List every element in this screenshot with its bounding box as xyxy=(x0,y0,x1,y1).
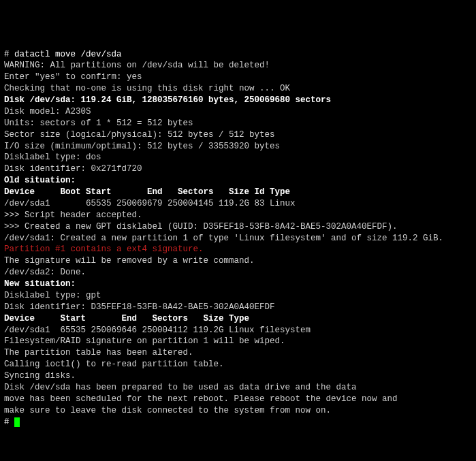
terminal-line: >>> Created a new GPT disklabel (GUID: D… xyxy=(4,221,472,233)
terminal-line: move has been scheduled for the next reb… xyxy=(4,394,472,405)
terminal-line: Sector size (logical/physical): 512 byte… xyxy=(4,129,472,141)
terminal-line: /dev/sda1 65535 250069679 250004145 119.… xyxy=(4,198,472,210)
terminal-line: make sure to leave the disk connected to… xyxy=(4,405,472,417)
terminal-line: Disk /dev/sda has been prepared to be us… xyxy=(4,382,472,394)
terminal-line: Disklabel type: dos xyxy=(4,152,472,163)
terminal-line: Device Boot Start End Sectors Size Id Ty… xyxy=(4,187,472,198)
terminal-output[interactable]: # datactl move /dev/sdaWARNING: All part… xyxy=(4,49,472,428)
terminal-line: Partition #1 contains a ext4 signature. xyxy=(4,244,472,255)
terminal-line: /dev/sda1: Created a new partition 1 of … xyxy=(4,233,472,244)
terminal-line: Disk identifier: 0x271fd720 xyxy=(4,163,472,175)
terminal-line: Disklabel type: gpt xyxy=(4,290,472,302)
terminal-line: I/O size (minimum/optimal): 512 bytes / … xyxy=(4,141,472,153)
terminal-line: Enter "yes" to confirm: yes xyxy=(4,71,472,83)
cursor-icon xyxy=(14,417,20,427)
terminal-line: Old situation: xyxy=(4,175,472,187)
terminal-line: Disk /dev/sda: 119.24 GiB, 128035676160 … xyxy=(4,95,472,106)
prompt-line[interactable]: # xyxy=(4,417,472,428)
terminal-line: The partition table has been altered. xyxy=(4,347,472,359)
terminal-line: /dev/sda1 65535 250069646 250004112 119.… xyxy=(4,325,472,336)
terminal-line: WARNING: All partitions on /dev/sda will… xyxy=(4,60,472,71)
terminal-line: # datactl move /dev/sda xyxy=(4,49,472,61)
terminal-line: Device Start End Sectors Size Type xyxy=(4,313,472,325)
terminal-line: Checking that no-one is using this disk … xyxy=(4,83,472,95)
terminal-line: Filesystem/RAID signature on partition 1… xyxy=(4,336,472,347)
terminal-line: Units: sectors of 1 * 512 = 512 bytes xyxy=(4,118,472,129)
terminal-line: Syncing disks. xyxy=(4,370,472,382)
terminal-line: Disk model: A230S xyxy=(4,106,472,118)
terminal-line: Calling ioctl() to re-read partition tab… xyxy=(4,359,472,370)
terminal-line: The signature will be removed by a write… xyxy=(4,255,472,267)
terminal-line: /dev/sda2: Done. xyxy=(4,267,472,279)
terminal-line: Disk identifier: D35FEF18-53FB-8A42-BAE5… xyxy=(4,302,472,313)
terminal-line: New situation: xyxy=(4,279,472,290)
terminal-line: >>> Script header accepted. xyxy=(4,210,472,221)
prompt-symbol: # xyxy=(4,417,14,427)
